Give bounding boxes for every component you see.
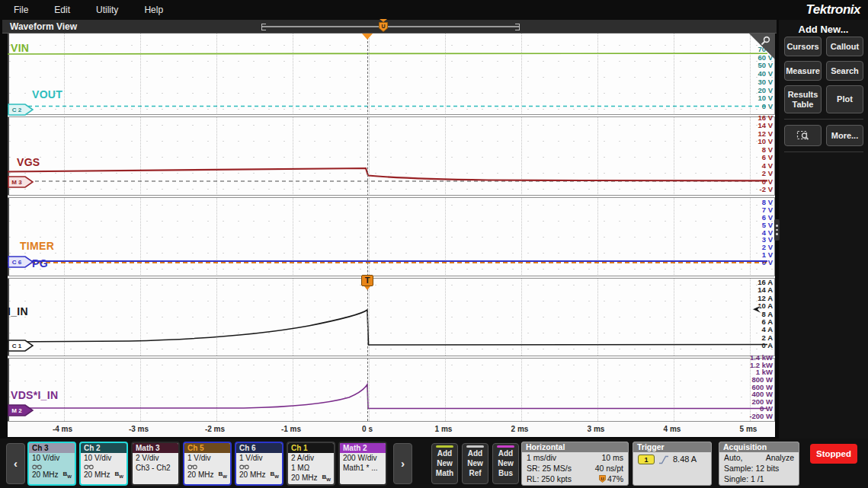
iin-trace <box>8 310 767 345</box>
expansion-marker-icon: U <box>599 475 606 483</box>
vin-trace <box>8 53 767 54</box>
measure-button[interactable]: Measure <box>784 61 822 81</box>
vin-vout-volts-tick: 40 V <box>727 69 773 78</box>
vin-vout-volts-tick: 0 V <box>727 102 773 110</box>
horizontal-title: Horizontal <box>522 442 628 452</box>
scroll-badges-left-button[interactable]: ‹ <box>6 443 25 484</box>
panel-drag-handle[interactable] <box>774 219 780 241</box>
acq-analyze: Analyze <box>766 453 794 463</box>
cursors-button[interactable]: Cursors <box>784 37 822 56</box>
add-new-bus-button[interactable]: Add New Bus <box>492 443 519 484</box>
magnifier-icon <box>760 36 771 47</box>
channel-badge-ch-6[interactable]: Ch 61 V/div20 MHzBW <box>235 442 283 486</box>
power-channel-badge[interactable]: M 2 <box>8 404 34 416</box>
trigger-level-badge[interactable]: T <box>361 275 373 286</box>
vgs-volts-tick: 8 V <box>727 145 773 154</box>
scale-per-div: 1 V/div <box>184 453 230 463</box>
results-table-button[interactable]: Results Table <box>784 85 822 113</box>
vgs-volts-tick: 2 V <box>727 169 773 177</box>
probe-icon <box>81 463 127 470</box>
zoom-tool-button[interactable] <box>784 125 822 146</box>
channel-badge-ch-1[interactable]: Ch 12 A/div1 MΩ20 MHzBW <box>287 442 335 486</box>
channel-title: Ch 1 <box>288 443 334 453</box>
timer-label: TIMER <box>20 240 54 252</box>
slice-divider <box>8 356 775 359</box>
channel-title: Math 2 <box>340 443 386 453</box>
acq-sample-bits: Sample: 12 bits <box>724 464 779 474</box>
menu-edit[interactable]: Edit <box>54 5 70 15</box>
menu-help[interactable]: Help <box>144 5 163 15</box>
zoom-select-icon <box>796 129 810 142</box>
scale-per-div: 10 V/div <box>29 453 75 463</box>
menu-utility[interactable]: Utility <box>96 5 118 15</box>
scale-per-div: 2 V/div <box>133 453 178 463</box>
add-new-math-button[interactable]: Add New Math <box>431 443 458 484</box>
channel-title: Ch 5 <box>184 443 230 453</box>
tab-waveform-view[interactable]: Waveform View <box>10 21 77 32</box>
add-new-ref-button[interactable]: Add New Ref <box>462 443 488 484</box>
iin-amps-tick: 12 A <box>727 294 773 302</box>
svg-text:U: U <box>381 24 385 29</box>
acquisition-panel[interactable]: Acquisition Auto,Analyze Sample: 12 bits… <box>719 442 799 486</box>
svg-text:C 2: C 2 <box>12 107 22 113</box>
panel-separator <box>784 152 863 152</box>
add-new-title: Add New... <box>779 20 868 35</box>
scale-per-div: 200 W/div <box>340 453 386 463</box>
iin-amps-tick: 2 A <box>727 333 773 342</box>
timer-pg-volts-tick: 0 V <box>727 258 773 266</box>
channel-detail: Math1 * ... <box>340 463 386 473</box>
horizontal-scale: 1 ms/div <box>527 453 556 463</box>
bandwidth-limit-icon: BW <box>115 470 123 481</box>
oscilloscope-app: FileEditUtilityHelp Tektronix Waveform V… <box>0 0 868 488</box>
time-tick: -1 ms <box>264 425 319 433</box>
iin-amps-tick: 0 A <box>727 341 773 349</box>
bandwidth-row: 20 MHzBW <box>288 473 334 484</box>
pg-channel-badge[interactable]: C 6 <box>8 256 34 268</box>
horizontal-panel[interactable]: Horizontal 1 ms/div10 ms SR: 25 MS/s40 n… <box>521 442 629 486</box>
slice-divider <box>8 114 775 117</box>
vout-channel-badge[interactable]: C 2 <box>8 104 34 116</box>
channel-badge-ch-3[interactable]: Ch 310 V/div20 MHzBW <box>27 442 76 486</box>
vgs-trace <box>8 168 767 180</box>
menu-file[interactable]: File <box>14 5 28 15</box>
time-tick: -4 ms <box>35 425 90 433</box>
vgs-volts-tick: 14 V <box>727 121 773 129</box>
sample-rate: SR: 25 MS/s <box>527 464 572 474</box>
vgs-channel-badge[interactable]: M 3 <box>8 176 34 188</box>
channel-detail: 1 MΩ <box>288 463 334 473</box>
trigger-panel[interactable]: Trigger 1 8.48 A <box>633 442 712 486</box>
iin-channel-badge[interactable]: C 1 <box>8 340 34 352</box>
record-view-ruler[interactable] <box>261 24 520 30</box>
bandwidth-value: 20 MHz <box>84 470 110 480</box>
callout-button[interactable]: Callout <box>826 37 863 56</box>
channel-badge-ch-2[interactable]: Ch 210 V/div20 MHzBW <box>79 442 128 486</box>
tektronix-logo: Tektronix <box>806 2 860 18</box>
iin-label: I_IN <box>8 305 28 317</box>
vgs-volts-tick: 4 V <box>727 161 773 170</box>
trigger-position-arrow[interactable] <box>362 33 373 40</box>
pg-label: PG <box>32 257 48 270</box>
trigger-source-badge: 1 <box>638 455 655 464</box>
vgs-volts-tick: 6 V <box>727 153 773 161</box>
iin-amps-tick: 4 A <box>727 325 773 333</box>
stopped-button[interactable]: Stopped <box>810 444 857 464</box>
channel-badge-math-3[interactable]: Math 32 V/divCh3 - Ch2 <box>131 442 180 486</box>
vin-vout-volts-tick: 50 V <box>727 61 773 69</box>
add-new-panel: Add New... Cursors Callout Measure Searc… <box>779 20 868 439</box>
bandwidth-row: 20 MHzBW <box>29 470 75 481</box>
plot-button[interactable]: Plot <box>826 85 863 113</box>
time-tick: 3 ms <box>569 425 623 433</box>
trigger-level-value: 8.48 A <box>673 455 697 464</box>
vgs-volts-tick: 10 V <box>727 137 773 145</box>
probe-icon <box>184 463 230 470</box>
search-button[interactable]: Search <box>826 61 863 81</box>
channel-badge-math-2[interactable]: Math 2200 W/divMath1 * ... <box>338 442 387 486</box>
acq-single-count: Single: 1 /1 <box>724 474 764 484</box>
expansion-point-marker-icon[interactable]: U <box>379 22 388 32</box>
more-button[interactable]: More... <box>826 125 863 146</box>
channel-badge-ch-5[interactable]: Ch 51 V/div20 MHzBW <box>183 442 232 486</box>
bandwidth-value: 20 MHz <box>32 470 58 480</box>
scroll-badges-right-button[interactable]: › <box>393 443 412 484</box>
rising-edge-icon <box>658 455 669 464</box>
probe-icon <box>29 463 75 470</box>
